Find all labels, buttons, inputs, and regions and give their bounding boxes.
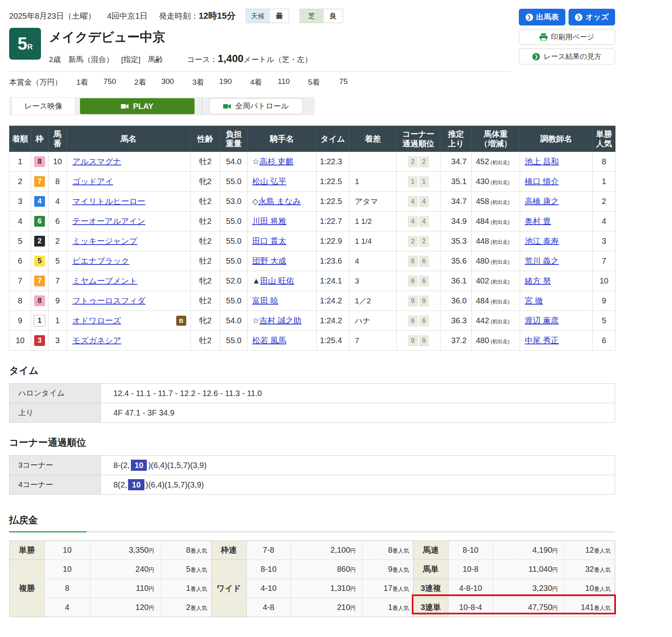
trainer-link[interactable]: 荒川 義之 (525, 256, 559, 265)
video-camera-icon (121, 103, 129, 109)
horse-link[interactable]: ミッキージャンプ (72, 237, 137, 245)
horse-link[interactable]: ピエナブラック (72, 256, 129, 265)
table-row: 655ピエナブラック牡255.0団野 大成1:23.646635.6480 (初… (10, 251, 616, 271)
time-table: ハロンタイム 12.4 - 11.1 - 11.7 - 12.2 - 12.6 … (9, 383, 615, 423)
corner-order-table: 3コーナー 8-(2,10)(6,4)(1,5,7)(3,9) 4コーナー 8(… (9, 455, 615, 495)
last3f-cell: 35.3 (440, 231, 472, 251)
jockey-link[interactable]: 松若 風馬 (252, 336, 286, 345)
horse-link[interactable]: アルスマグナ (72, 157, 121, 166)
yen-suffix: 円 (350, 605, 356, 611)
trainer-link[interactable]: 宮 徹 (525, 296, 543, 305)
prize-place: 4着 (250, 77, 262, 87)
horse-link[interactable]: ミヤムーブメント (72, 276, 137, 285)
trainer-cell: 池江 泰寿 (520, 231, 593, 251)
payout-amount: 860円 (291, 560, 362, 579)
horse-link[interactable]: テーオーアルアイン (72, 217, 145, 225)
jockey-link[interactable]: 松山 弘平 (252, 177, 286, 186)
payout-combination: 7-8 (246, 541, 291, 560)
patrol-video-button[interactable]: 全周パトロール (209, 98, 303, 114)
meeting-info: 4回中京1日 (107, 11, 148, 21)
payout-combination: 8-10 (246, 560, 291, 579)
body-weight-note: (初出走) (489, 338, 509, 344)
jockey-link[interactable]: 高杉 吏麒 (259, 157, 294, 166)
frame-number-badge: 5 (34, 256, 45, 266)
last3f-cell: 36.0 (440, 291, 472, 311)
payout-amount-value: 860 (337, 565, 350, 573)
trainer-link[interactable]: 池上 昌和 (525, 157, 559, 166)
popularity-value: 8 (186, 546, 191, 554)
payout-amount: 11,040円 (493, 560, 565, 579)
trainer-link[interactable]: 奥村 豊 (525, 217, 551, 225)
carried-weight-cell: 55.0 (220, 331, 247, 351)
jockey-cell: 松山 弘平 (247, 172, 317, 192)
jockey-link[interactable]: 永島 まなみ (258, 197, 301, 206)
body-weight-value: 452 (476, 157, 489, 166)
corner-position: 6 (408, 315, 418, 326)
rank-cell: 6 (10, 251, 31, 271)
carried-weight-cell: 55.0 (220, 231, 247, 251)
jockey-link[interactable]: 田山 旺佑 (260, 276, 294, 285)
time-cell: 1:24.2 (317, 291, 349, 311)
body-weight-note: (初出走) (489, 199, 509, 205)
trainer-link[interactable]: 緒方 努 (525, 276, 551, 285)
horse-link[interactable]: ゴッドアイ (72, 177, 113, 186)
jockey-link[interactable]: 団野 大成 (252, 256, 286, 265)
table-row: 777ミヤムーブメント牝252.0▲田山 旺佑1:24.136636.1402 … (10, 271, 616, 291)
odds-button[interactable]: ❯ オッズ (569, 9, 615, 25)
last3f-cell: 34.7 (440, 152, 472, 172)
table-row: 4コーナー 8(2,10)(6,4)(1,5,7)(3,9) (10, 475, 615, 495)
result-guide-button[interactable]: ❯ レース結果の見方 (519, 49, 615, 64)
corner-position: 4 (408, 216, 418, 227)
frame-number-badge: 7 (34, 276, 45, 286)
horse-name-cell: ミッキージャンプ (67, 231, 191, 251)
payout-amount: 1,310円 (291, 579, 362, 598)
body-weight-cell: 430 (初出走) (472, 172, 520, 192)
yen-suffix: 円 (552, 567, 558, 573)
trainer-link[interactable]: 橋口 慎介 (525, 177, 559, 186)
entries-button[interactable]: ❯ 出馬表 (519, 9, 565, 25)
yen-suffix: 円 (149, 567, 154, 573)
payout-combination: 4-8-10 (448, 579, 493, 598)
trainer-cell: 宮 徹 (520, 291, 593, 311)
sex-age-cell: 牡2 (191, 291, 220, 311)
start-time-value: 12時15分 (199, 10, 236, 22)
popularity-cell: 6 (593, 331, 616, 351)
jockey-cell: ◇永島 まなみ (247, 192, 317, 212)
play-button[interactable]: PLAY (80, 98, 195, 114)
payout-amount: 3,230円 (493, 579, 565, 598)
horse-link[interactable]: モズガネシア (72, 336, 121, 345)
race-number-box: 5 R (9, 28, 41, 60)
jockey-link[interactable]: 川田 将雅 (252, 217, 286, 225)
jockey-link[interactable]: 田口 貫太 (252, 237, 286, 245)
payout-popularity: 5番人気 (161, 560, 211, 579)
jockey-link[interactable]: 富田 暁 (252, 296, 279, 305)
margin-cell: 4 (349, 251, 397, 271)
payout-popularity: 1番人気 (161, 579, 211, 598)
prize-money-line: 本賞金（万円） 1着7502着3003着1904着1105着75 (9, 77, 615, 87)
trainer-link[interactable]: 高橋 康之 (525, 197, 559, 206)
yen-suffix: 円 (552, 605, 558, 611)
horse-link[interactable]: フトゥーロスフィダ (72, 296, 146, 305)
corner-pair: 44 (408, 216, 429, 227)
trainer-link[interactable]: 渡辺 薫彦 (525, 316, 559, 325)
prize-item: 5着75 (308, 77, 348, 87)
payout-popularity: 12番人気 (565, 541, 615, 560)
horse-link[interactable]: オドワローズ (72, 316, 121, 325)
print-page-button[interactable]: 印刷用ページ (519, 29, 615, 45)
bet-type-label: 馬単 (413, 560, 448, 579)
sex-age-cell: 牡2 (191, 251, 220, 271)
trainer-link[interactable]: 池江 泰寿 (525, 237, 559, 245)
corner-position: 6 (408, 276, 418, 287)
jockey-link[interactable]: 吉村 誠之助 (259, 316, 302, 325)
corner-position: 6 (419, 315, 429, 326)
corner-pair: 66 (408, 256, 429, 267)
trainer-link[interactable]: 中尾 秀正 (525, 336, 559, 345)
video-camera-icon (223, 103, 231, 109)
prize-item: 4着110 (250, 77, 290, 87)
horse-link[interactable]: マイリトルヒーロー (72, 197, 145, 206)
horse-name-cell: オドワローズB (67, 311, 191, 331)
jockey-cell: 富田 暁 (247, 291, 317, 311)
time-cell: 1:23.6 (317, 251, 349, 271)
payout-combination: 10 (44, 541, 90, 560)
rank-cell: 3 (10, 192, 31, 212)
